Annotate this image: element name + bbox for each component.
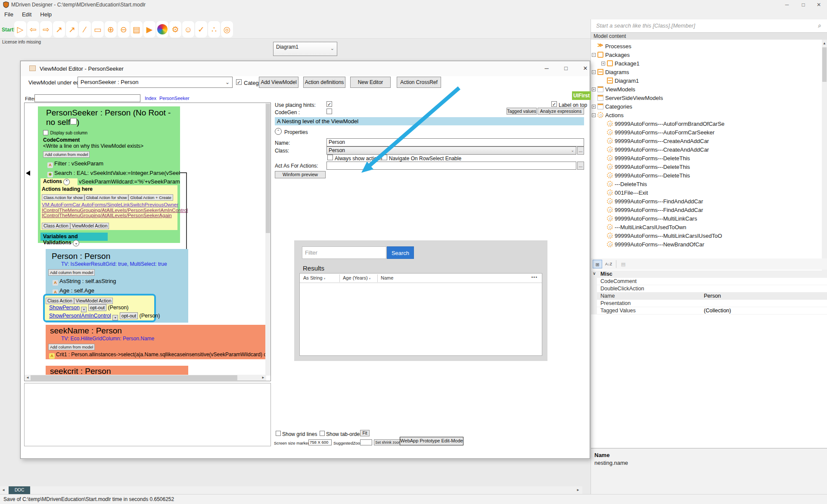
dialog-maximize-button[interactable]: □	[559, 64, 573, 73]
add-column-button[interactable]: Add column from model	[48, 344, 95, 350]
webapp-prototype-button[interactable]: WebApp Prototype Edit-Mode	[400, 437, 463, 445]
property-category-misc[interactable]: ∨Misc	[591, 271, 827, 278]
tree-item-99999autoforms-multilinkcars[interactable]: 99999AutoForms---MultiLinkCars	[591, 214, 819, 223]
add-column-button[interactable]: Add column from model	[48, 269, 95, 276]
display-sub-column-checkbox[interactable]	[43, 130, 48, 135]
scroll-up-icon[interactable]: ▲	[823, 40, 826, 47]
action-definitions-button[interactable]: Action definitions	[303, 77, 345, 88]
column-header-age-years-[interactable]: Age (Years) ▾	[343, 275, 370, 280]
tree-item-packages[interactable]: −Packages	[591, 50, 819, 59]
validate-check-icon[interactable]: ✓	[195, 21, 207, 37]
viewmodel-canvas[interactable]: PersonSeeker : Person (No Root - no self…	[24, 103, 271, 381]
action-link[interactable]: IControlTheMenuGrouping/AtAllLevels/Pers…	[42, 208, 177, 213]
preview-filter-input[interactable]: Filter	[302, 246, 386, 259]
show-action-link[interactable]: ShowPerson	[49, 305, 80, 311]
property-row-tagged-values[interactable]: Tagged Values(Collection)	[597, 307, 827, 314]
scroll-right-icon[interactable]: ►	[576, 487, 580, 493]
add-column-button[interactable]: Add column from model	[43, 151, 90, 158]
tree-item--multilinkcarsiusedtoown[interactable]: ---MultiLinkCarsIUsedToOwn	[591, 223, 819, 231]
show-tab-order-checkbox[interactable]	[320, 431, 325, 436]
tree-item-actions[interactable]: −Actions	[591, 111, 819, 119]
action-link[interactable]: IControlTheMenuGrouping/AtAllLevels/Pers…	[42, 213, 177, 218]
window-close-button[interactable]: ✕	[811, 0, 826, 9]
person-actions-highlight-box[interactable]: Class ActionViewModel Action ShowPerson …	[43, 294, 156, 322]
tree-item-99999autoforms-createandaddcar[interactable]: 99999AutoForms---CreateAndAddCar	[591, 145, 819, 154]
form-window-icon[interactable]: ▤	[131, 21, 143, 37]
analyze-expressions-button[interactable]: Analyze expressions	[538, 108, 584, 115]
window-maximize-button[interactable]: □	[796, 0, 811, 9]
tree-item-99999autoforms-multilinkcarsiusedtoo[interactable]: 99999AutoForms---MultiLinkCarsIUsedToO	[591, 231, 819, 240]
tree-item-001file-exit[interactable]: 001File---Exit	[591, 188, 819, 197]
always-show-actions-checkbox[interactable]	[327, 155, 333, 160]
property-row-presentation[interactable]: Presentation	[597, 300, 827, 307]
dashed-line-icon[interactable]: ∕	[79, 21, 91, 37]
tree-expander-icon[interactable]: +	[592, 105, 596, 109]
tree-item-99999autoforms-findandaddcar[interactable]: 99999AutoForms---FindAndAddCar	[591, 197, 819, 205]
categ-checkbox[interactable]: ✓	[236, 79, 242, 85]
tree-expander-icon[interactable]: +	[601, 62, 605, 65]
column-header-name[interactable]: Name	[381, 275, 393, 280]
tree-item-package1[interactable]: +Package1	[591, 59, 819, 68]
global-action-+-create-button[interactable]: Global Action + Create	[128, 194, 173, 201]
start-button[interactable]: Start!	[2, 27, 15, 33]
seekname-box[interactable]: seekName : Person TV: Eco.HiliteGridColu…	[46, 325, 268, 359]
class-action-tab[interactable]: Class Action	[46, 298, 74, 304]
arrow-back-icon[interactable]: ⇦	[27, 21, 39, 37]
tree-expander-icon[interactable]: −	[592, 53, 596, 57]
arrow-forward-icon[interactable]: ⇨	[40, 21, 52, 37]
run-window-icon[interactable]: ▶	[143, 21, 155, 37]
filter-input[interactable]	[34, 94, 140, 102]
tree-expander-icon[interactable]: −	[592, 113, 596, 117]
expand-chevron-icon[interactable]: ⌄	[73, 240, 79, 246]
properties-collapse-icon[interactable]: ⌃	[275, 128, 282, 135]
label-on-top-checkbox[interactable]: ✓	[551, 101, 557, 107]
dropdown-icon[interactable]: ▾	[112, 315, 118, 320]
zoom-out-icon[interactable]: ⊖	[118, 21, 130, 37]
tree-item-diagrams[interactable]: −Diagrams	[591, 68, 819, 76]
tree-expander-icon[interactable]: −	[592, 70, 596, 74]
canvas-vertical-scrollbar[interactable]	[265, 103, 270, 376]
use-placing-hints-checkbox[interactable]: ✓	[326, 101, 332, 107]
dialog-titlebar[interactable]: ViewModel Editor - PersonSeeker ─ □ ✕	[21, 61, 590, 76]
action-link[interactable]: VM:AutoFormCar AutoForms/SingleLinkSwitc…	[42, 202, 177, 208]
tree-item-categories[interactable]: +Categories	[591, 102, 819, 111]
person-access-icon[interactable]: ☺	[182, 21, 194, 37]
tree-item-99999autoforms-deletethis[interactable]: 99999AutoForms---DeleteThis	[591, 171, 819, 180]
class-action-tab[interactable]: Class Action	[42, 223, 70, 229]
scroll-right-icon[interactable]: ►	[261, 375, 265, 381]
add-viewmodel-button[interactable]: Add ViewModel	[259, 77, 298, 88]
suggested-zoom-input[interactable]	[360, 439, 372, 445]
class-select[interactable]: Person⌄	[326, 146, 576, 155]
property-row-doubleclickaction[interactable]: DoubleClickAction	[597, 285, 827, 292]
tree-item-99999autoforms-deletethis[interactable]: 99999AutoForms---DeleteThis	[591, 154, 819, 162]
diagram-select[interactable]: Diagram1⌄	[273, 42, 337, 56]
field-asstring[interactable]: AAsString : self.asString	[53, 277, 188, 286]
seekname-tv-line[interactable]: TV: Eco.HiliteGridColumn: Person.Name	[46, 336, 268, 342]
navigate-rowselect-checkbox[interactable]	[382, 155, 387, 160]
select-rectangle-icon[interactable]: ▭	[92, 21, 104, 37]
preview-search-button[interactable]: Search	[387, 246, 414, 259]
personseeker-link[interactable]: PersonSeeker	[159, 96, 190, 101]
viewmodel-action-tab[interactable]: ViewModel Action	[70, 223, 109, 229]
act-as-input[interactable]	[326, 162, 576, 170]
scroll-left-icon[interactable]: ◄	[2, 487, 5, 493]
canvas-horizontal-scrollbar[interactable]: ◄ ►	[25, 375, 266, 381]
categorized-view-icon[interactable]: ⊞	[593, 260, 602, 268]
class-action-for-show-button[interactable]: Class Action for show	[42, 194, 84, 201]
index-link[interactable]: Index	[145, 96, 156, 101]
color-wheel-icon[interactable]	[156, 21, 168, 37]
model-search-input[interactable]: Start a search like this [Class].[Member…	[591, 19, 827, 33]
doc-tab[interactable]: DOC	[9, 486, 30, 494]
tree-item-99999autoforms-findandaddcar[interactable]: 99999AutoForms---FindAndAddCar	[591, 205, 819, 214]
show-action-link[interactable]: ShowPersonIAmInControl	[49, 313, 111, 319]
column-header-as-string[interactable]: As String ▾	[303, 275, 325, 280]
field-search[interactable]: ✱Search : EAL: vSeekIntValue:=Integer.Pa…	[47, 169, 180, 178]
variables-validations-header[interactable]: Variables and Validations ⌄	[40, 233, 108, 241]
dialog-minimize-button[interactable]: ─	[540, 64, 553, 73]
tree-item-99999autoforms-createandaddcar[interactable]: 99999AutoForms---CreateAndAddCar	[591, 137, 819, 145]
field-filter[interactable]: AFilter : vSeekParam	[47, 159, 180, 169]
tree-item-diagram1[interactable]: Diagram1	[591, 76, 819, 85]
class-browse-button[interactable]: ...	[577, 146, 584, 155]
property-row-codecomment[interactable]: CodeComment	[597, 278, 827, 285]
preview-results-table[interactable]: As String ▾Age (Years) ▾Name •••	[299, 273, 542, 356]
